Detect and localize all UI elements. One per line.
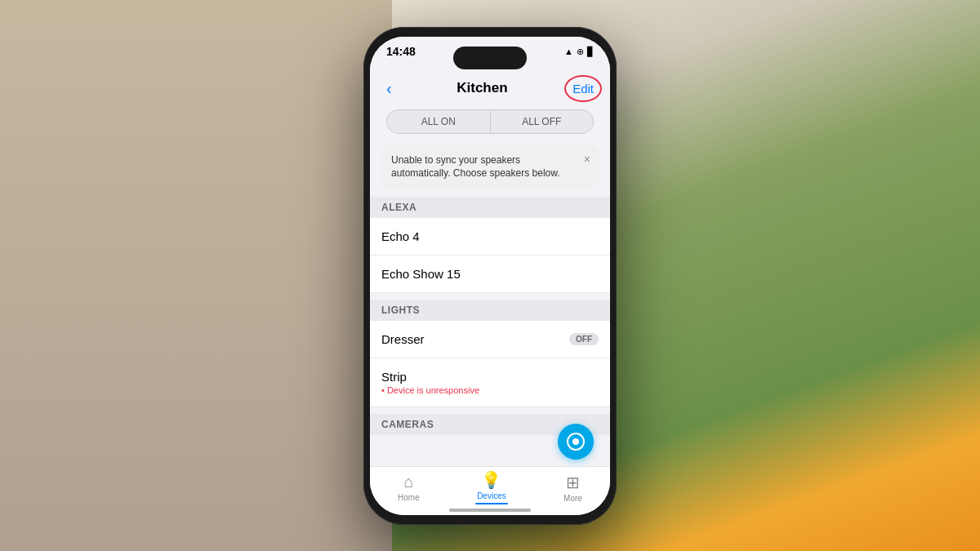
nav-label-home: Home — [398, 493, 420, 502]
wifi-icon: ⊕ — [577, 47, 584, 57]
alexa-fab-button[interactable] — [558, 424, 594, 460]
home-indicator — [449, 509, 531, 512]
section-gap — [370, 407, 610, 414]
nav-item-devices[interactable]: 💡 Devices — [475, 470, 508, 504]
list-item[interactable]: Dresser OFF — [370, 321, 610, 358]
list-item[interactable]: Echo Show 15 — [370, 256, 610, 293]
phone-outer: 14:48 ▲ ⊕ ▊ ‹ Kitchen Edit — [363, 27, 617, 525]
bottom-nav: ⌂ Home 💡 Devices ⊞ More — [370, 466, 610, 515]
warning-text: Unable to sync your speakers automatical… — [391, 154, 560, 180]
alexa-icon — [567, 433, 585, 451]
bg-wall — [0, 0, 392, 551]
more-icon: ⊞ — [566, 473, 580, 492]
warning-banner: Unable to sync your speakers automatical… — [381, 145, 599, 189]
section-gap — [370, 293, 610, 300]
item-label: Echo 4 — [381, 229, 420, 243]
phone: 14:48 ▲ ⊕ ▊ ‹ Kitchen Edit — [363, 27, 617, 525]
nav-label-more: More — [564, 494, 582, 503]
active-indicator — [475, 503, 508, 504]
device-unresponsive-label: • Device is unresponsive — [381, 385, 479, 395]
section-header-lights: LIGHTS — [370, 300, 610, 321]
edit-button[interactable]: Edit — [572, 82, 594, 96]
toggle-bar: ALL ON ALL OFF — [386, 109, 594, 134]
back-button[interactable]: ‹ — [386, 79, 392, 98]
section-header-alexa: ALEXA — [370, 197, 610, 218]
phone-screen: 14:48 ▲ ⊕ ▊ ‹ Kitchen Edit — [370, 37, 610, 515]
app-content: 14:48 ▲ ⊕ ▊ ‹ Kitchen Edit — [370, 37, 610, 515]
item-label: Echo Show 15 — [381, 267, 461, 281]
nav-label-devices: Devices — [477, 491, 506, 500]
signal-icon: ▲ — [564, 47, 573, 56]
item-label: Strip — [381, 370, 479, 384]
all-off-button[interactable]: ALL OFF — [491, 110, 594, 133]
status-icons: ▲ ⊕ ▊ — [564, 43, 594, 57]
battery-icon: ▊ — [587, 47, 594, 57]
warning-close-button[interactable]: × — [584, 152, 590, 168]
nav-item-home[interactable]: ⌂ Home — [398, 473, 420, 502]
status-time: 14:48 — [386, 43, 416, 58]
all-on-button[interactable]: ALL ON — [387, 110, 491, 133]
home-icon: ⌂ — [403, 473, 413, 491]
toggle-off-badge[interactable]: OFF — [569, 333, 599, 345]
list-item[interactable]: Strip • Device is unresponsive — [370, 358, 610, 407]
dynamic-island — [453, 47, 527, 69]
nav-item-more[interactable]: ⊞ More — [564, 473, 582, 503]
item-label: Dresser — [381, 332, 425, 346]
list-item[interactable]: Echo 4 — [370, 218, 610, 256]
devices-icon: 💡 — [481, 470, 501, 490]
page-title: Kitchen — [457, 80, 507, 96]
